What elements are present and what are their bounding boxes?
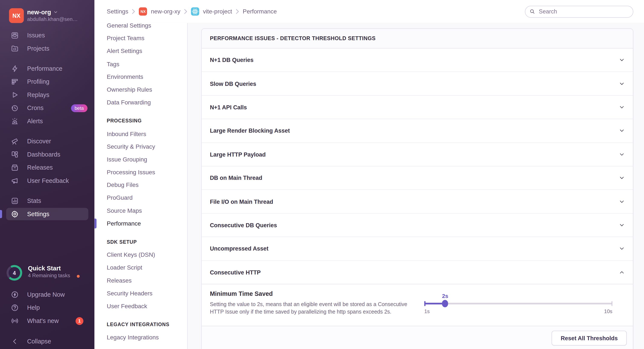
settings-nav-item[interactable]: Releases [94, 274, 187, 287]
sidebar-item-discover[interactable]: Discover [0, 135, 94, 148]
settings-nav-item[interactable]: Processing Issues [94, 166, 187, 179]
telescope-icon [11, 137, 19, 145]
setting-heading: Minimum Time Saved [210, 290, 273, 297]
sidebar-item-help[interactable]: Help [0, 301, 94, 314]
sidebar-item-issues[interactable]: Issues [0, 29, 94, 42]
chevron-down-icon [619, 199, 625, 204]
settings-nav-item[interactable]: Tags [94, 58, 187, 70]
settings-nav-item[interactable]: Security & Privacy [94, 140, 187, 153]
settings-nav-item[interactable]: Performance [94, 217, 187, 230]
slider-max-label: 10s [604, 308, 612, 314]
settings-secondary-nav: General Settings Project Teams Alert Set… [94, 23, 188, 349]
breadcrumb-item-settings[interactable]: Settings [107, 8, 136, 15]
settings-nav-item[interactable]: Project Teams [94, 32, 187, 45]
detector-label: Slow DB Queries [210, 80, 256, 87]
settings-nav-label: Project Teams [107, 35, 144, 42]
detector-row[interactable]: N+1 DB Queries [202, 48, 633, 72]
sidebar-item-label: Alerts [27, 115, 43, 128]
detector-row[interactable]: DB on Main Thread [202, 166, 633, 190]
settings-nav-item[interactable]: ProGuard [94, 192, 187, 204]
sidebar-item-releases[interactable]: Releases [0, 161, 94, 174]
slider-max-tick [611, 301, 612, 306]
chevron-right-icon [184, 9, 187, 14]
sidebar-item-label: Projects [27, 42, 49, 55]
sidebar-item-collapse[interactable]: Collapse [0, 335, 94, 348]
detector-rows: N+1 DB Queries Slow DB Queries N+1 API C… [202, 48, 633, 284]
detector-row[interactable]: Uncompressed Asset [202, 237, 633, 260]
settings-nav-label: Releases [107, 277, 132, 284]
sidebar-item-upgrade-now[interactable]: Upgrade Now [0, 288, 94, 301]
badge: 1 [76, 317, 84, 325]
sidebar-item-label: Crons [27, 102, 44, 115]
breadcrumb-item-vite-project[interactable]: vite-project [191, 8, 239, 16]
sidebar-item-whats-new[interactable]: What's new 1 [0, 314, 94, 328]
panel-title: PERFORMANCE ISSUES - DETECTOR THRESHOLD … [210, 35, 376, 42]
sidebar-item-profiling[interactable]: Profiling [0, 75, 94, 88]
settings-nav-item[interactable]: Issue Grouping [94, 153, 187, 166]
settings-nav-label: LEGACY INTEGRATIONS [107, 322, 169, 328]
detector-row[interactable]: N+1 API Calls [202, 96, 633, 119]
settings-nav-item[interactable]: Debug Files [94, 179, 187, 192]
slider-min-label: 1s [424, 308, 430, 314]
breadcrumb-label: Settings [107, 8, 128, 15]
org-avatar: NX [9, 8, 24, 23]
detector-label: N+1 DB Queries [210, 57, 254, 64]
settings-nav-item[interactable]: Data Forwarding [94, 96, 187, 109]
settings-nav-label: Performance [107, 220, 141, 227]
slider-handle[interactable] [442, 300, 448, 307]
detector-row[interactable]: Slow DB Queries [202, 72, 633, 96]
sidebar-item-label: What's new [27, 314, 59, 328]
sidebar-item-dashboards[interactable]: Dashboards [0, 148, 94, 161]
settings-nav-label: Ownership Rules [107, 86, 152, 93]
detector-row[interactable]: Consecutive DB Queries [202, 214, 633, 237]
settings-nav-item[interactable]: User Feedback [94, 300, 187, 313]
settings-nav-item[interactable]: Loader Script [94, 262, 187, 274]
search-input[interactable] [538, 8, 629, 16]
projects-icon [11, 44, 19, 52]
sidebar-item-projects[interactable]: Projects [0, 42, 94, 55]
sidebar-item-user-feedback[interactable]: User Feedback [0, 174, 94, 188]
settings-nav-item[interactable]: Ownership Rules [94, 83, 187, 96]
consecutive-http-detail: Minimum Time Saved Setting the value to … [202, 284, 633, 326]
sidebar-item-performance[interactable]: Performance [0, 62, 94, 75]
sidebar-item-crons[interactable]: Crons beta [0, 102, 94, 115]
breadcrumb-item-performance[interactable]: Performance [243, 8, 277, 15]
sidebar-item-settings[interactable]: Settings [0, 208, 94, 221]
org-switcher[interactable]: NX new-org abdullah.khan@sen… [9, 8, 78, 23]
sidebar-item-alerts[interactable]: Alerts [0, 115, 94, 128]
settings-nav-item[interactable]: General Settings [94, 23, 187, 32]
settings-nav-item[interactable]: PROCESSING [94, 115, 187, 128]
sidebar-item-stats[interactable]: Stats [0, 194, 94, 208]
detector-row[interactable]: Large Render Blocking Asset [202, 119, 633, 143]
chevron-right-icon [132, 9, 135, 14]
slider-track[interactable] [424, 303, 612, 304]
search-icon [529, 8, 535, 14]
detector-row[interactable]: Consecutive HTTP [202, 260, 633, 284]
sidebar-item-label: Help [27, 301, 40, 314]
settings-nav-item[interactable]: Alert Settings [94, 45, 187, 58]
settings-nav-item[interactable]: Environments [94, 70, 187, 83]
settings-nav-item[interactable]: LEGACY INTEGRATIONS [94, 318, 187, 331]
detector-row[interactable]: File I/O on Main Thread [202, 190, 633, 213]
sidebar-item-replays[interactable]: Replays [0, 88, 94, 102]
profiling-icon [11, 78, 19, 86]
settings-nav-item[interactable]: Client Keys (DSN) [94, 248, 187, 262]
broadcast-icon [11, 317, 19, 325]
settings-nav-item[interactable]: Security Headers [94, 287, 187, 300]
quick-start[interactable]: 4 Quick Start 4 Remaining tasks [6, 265, 91, 281]
detector-row[interactable]: Large HTTP Payload [202, 143, 633, 166]
breadcrumb-item-new-org-xy[interactable]: NX new-org-xy [139, 8, 187, 16]
notification-dot [77, 275, 80, 278]
quick-start-count: 4 [6, 265, 22, 281]
settings-nav-label: Processing Issues [107, 169, 155, 176]
settings-nav-item[interactable]: Inbound Filters [94, 128, 187, 140]
settings-nav-item[interactable]: Source Maps [94, 204, 187, 217]
sidebar-item-label: Profiling [27, 75, 49, 88]
settings-nav-item[interactable]: Legacy Integrations [94, 331, 187, 344]
settings-nav-label: PROCESSING [107, 118, 142, 124]
reset-all-thresholds-button[interactable]: Reset All Thresholds [552, 331, 627, 345]
detector-label: N+1 API Calls [210, 104, 247, 111]
settings-nav-item[interactable]: SDK SETUP [94, 236, 187, 248]
megaphone-icon [11, 177, 19, 185]
slider-value-label: 2s [442, 293, 448, 299]
